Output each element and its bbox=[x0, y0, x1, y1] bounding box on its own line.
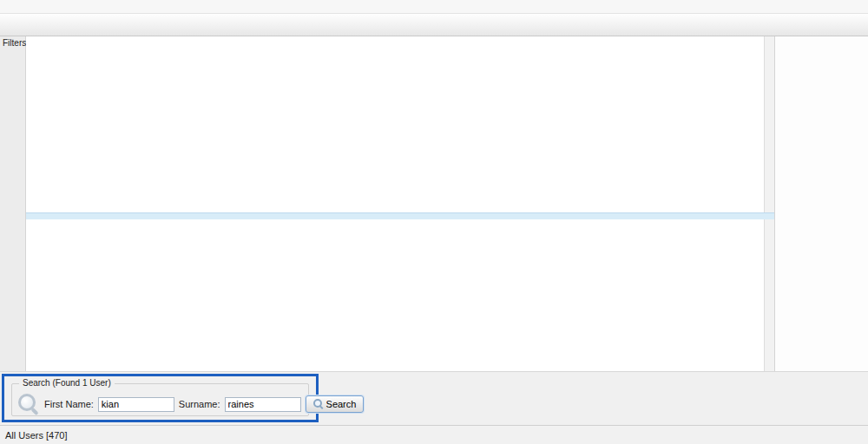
search-band: Search (Found 1 User) First Name: Surnam… bbox=[0, 371, 868, 425]
first-name-input[interactable] bbox=[98, 397, 174, 412]
search-button[interactable]: Search bbox=[306, 395, 365, 413]
app-window: Filters Search (Found 1 User) First Name… bbox=[0, 0, 868, 444]
menu-bar bbox=[0, 0, 868, 14]
toolbar bbox=[0, 14, 868, 36]
search-group: Search (Found 1 User) First Name: Surnam… bbox=[11, 383, 309, 416]
search-panel: Search (Found 1 User) First Name: Surnam… bbox=[2, 374, 319, 422]
status-bar: All Users [470] bbox=[0, 425, 868, 444]
surname-input[interactable] bbox=[225, 397, 301, 412]
first-name-label: First Name: bbox=[44, 399, 94, 409]
grids-area bbox=[26, 36, 774, 371]
grid-separator bbox=[26, 212, 774, 219]
stats-panel bbox=[774, 36, 868, 371]
events-grid-scrollbar[interactable] bbox=[764, 219, 774, 371]
search-magnifier-icon bbox=[17, 393, 40, 415]
search-button-icon bbox=[313, 399, 324, 409]
sidebar-title: Filters bbox=[0, 36, 26, 50]
users-grid-scrollbar[interactable] bbox=[764, 36, 774, 212]
search-title: Search (Found 1 User) bbox=[19, 378, 115, 388]
filters-sidebar: Filters bbox=[0, 36, 26, 371]
status-text: All Users [470] bbox=[5, 430, 68, 441]
surname-label: Surname: bbox=[179, 399, 220, 409]
